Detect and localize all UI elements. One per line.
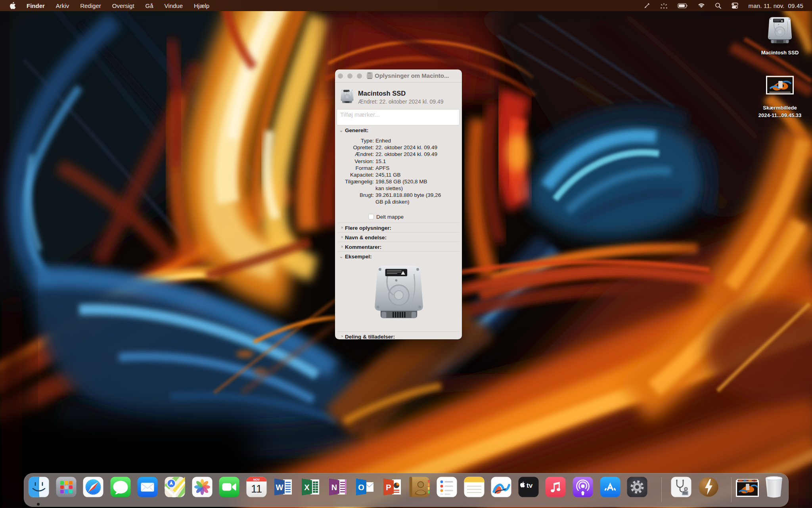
- svg-text:NOV: NOV: [253, 478, 260, 481]
- svg-text:X: X: [304, 483, 310, 492]
- svg-text:tv: tv: [527, 482, 533, 489]
- svg-text:W: W: [276, 483, 283, 492]
- svg-text:O: O: [358, 483, 364, 492]
- svg-text:P: P: [386, 483, 391, 492]
- svg-text:11: 11: [251, 483, 262, 495]
- svg-text:N: N: [331, 483, 337, 492]
